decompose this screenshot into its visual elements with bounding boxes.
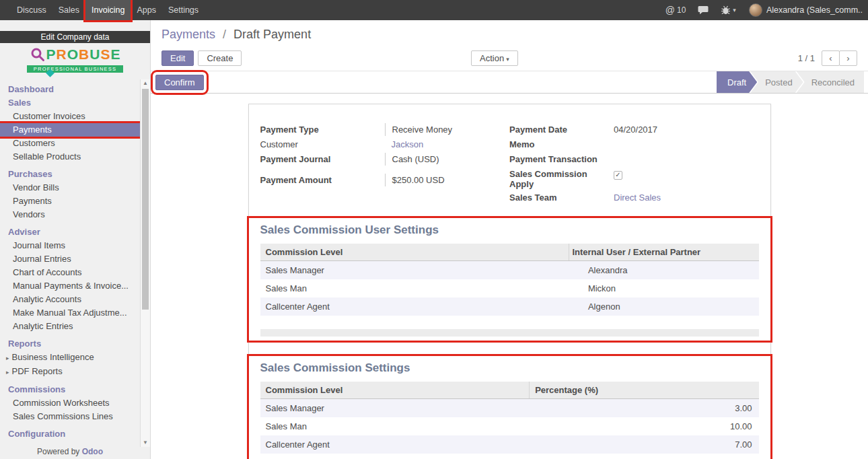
sidebar-item-dashboard[interactable]: Dashboard	[0, 83, 140, 96]
magnifier-icon	[30, 46, 46, 63]
sidebar-header-purchases[interactable]: Purchases	[0, 168, 140, 181]
payment-transaction-label: Payment Transaction	[509, 153, 607, 166]
probuse-logo: PROBUSE PROFESSIONAL BUSINESS	[0, 43, 150, 81]
pager-value: 1 / 1	[798, 53, 815, 63]
menu-invoicing[interactable]: Invoicing	[85, 0, 131, 20]
pager-previous-button[interactable]: ‹	[822, 50, 840, 66]
messages-icon[interactable]	[698, 5, 709, 15]
column-commission-level: Commission Level	[260, 382, 530, 399]
payment-journal-label: Payment Journal	[260, 153, 385, 166]
empty-strip	[260, 329, 759, 337]
status-posted[interactable]: Posted	[750, 71, 803, 93]
column-commission-level: Commission Level	[260, 244, 569, 261]
table-row[interactable]: Callcenter Agent Algenon	[260, 297, 759, 316]
form-statusbar: Confirm Draft Posted Reconciled	[151, 71, 868, 94]
scroll-down-icon[interactable]: ▼	[141, 439, 150, 447]
sidebar-header-adviser[interactable]: Adviser	[0, 225, 140, 239]
payment-amount-label: Payment Amount	[260, 174, 385, 186]
control-buttons-row: Edit Create Action▾ 1 / 1 ‹ ›	[161, 49, 857, 67]
sidebar-header-sales[interactable]: Sales	[0, 96, 140, 110]
sidebar-scrollbar[interactable]: ▲ ▼	[140, 79, 150, 447]
chat-bubble-icon	[698, 5, 709, 15]
logo-text: PROBUSE	[46, 46, 121, 63]
control-panel: Payments / Draft Payment Edit Create Act…	[151, 20, 868, 69]
action-dropdown[interactable]: Action▾	[471, 50, 518, 66]
main-content: Payments / Draft Payment Edit Create Act…	[151, 20, 868, 459]
menu-sales[interactable]: Sales	[52, 0, 85, 20]
column-percentage: Percentage (%)	[530, 382, 759, 399]
bug-icon	[721, 5, 731, 15]
payment-transaction-value	[607, 153, 759, 166]
table-header-row: Commission Level Internal User / Externa…	[260, 244, 759, 261]
sidebar-item-pdf-reports[interactable]: ▸PDF Reports	[0, 365, 140, 379]
form-area: Payment Type Receive Money Customer Jack…	[151, 104, 868, 459]
commission-settings-section: Sales Commission Settings Commission Lev…	[249, 356, 770, 459]
column-internal-user: Internal User / External Partner	[569, 244, 759, 261]
table-row[interactable]: Callcenter Agent 7.00	[260, 435, 759, 454]
sidebar-item-make-manual-tax-adjustments[interactable]: Make Manual Tax Adjustme...	[0, 306, 140, 320]
menu-settings[interactable]: Settings	[162, 0, 205, 20]
create-button[interactable]: Create	[198, 50, 242, 66]
sidebar-item-commission-worksheets[interactable]: Commission Worksheets	[0, 396, 140, 410]
memo-value	[607, 138, 759, 151]
sidebar-item-manual-payments-invoice[interactable]: Manual Payments & Invoice...	[0, 279, 140, 293]
sales-team-label: Sales Team	[509, 191, 607, 204]
sidebar-item-vendor-bills[interactable]: Vendor Bills	[0, 181, 140, 195]
sidebar-item-payments-purchases[interactable]: Payments	[0, 195, 140, 208]
breadcrumb-current: Draft Payment	[233, 28, 311, 41]
pager-next-button[interactable]: ›	[839, 50, 857, 66]
sidebar-item-sales-commissions-lines[interactable]: Sales Commissions Lines	[0, 410, 140, 423]
app-menu: Discuss Sales Invoicing Apps Settings	[11, 0, 205, 20]
table-row[interactable]: Sales Manager Alexandra	[260, 261, 759, 280]
sidebar-item-customers[interactable]: Customers	[0, 137, 140, 150]
scroll-up-icon[interactable]: ▲	[141, 79, 150, 87]
chevron-down-icon: ▾	[506, 56, 509, 63]
scrollbar-thumb[interactable]	[142, 89, 149, 310]
memo-label: Memo	[509, 138, 607, 151]
sidebar-item-journal-items[interactable]: Journal Items	[0, 239, 140, 252]
pager: 1 / 1 ‹ ›	[798, 50, 857, 66]
payment-date-value: 04/20/2017	[607, 123, 759, 136]
menu-discuss[interactable]: Discuss	[11, 0, 52, 20]
payment-form: Payment Type Receive Money Customer Jack…	[260, 123, 759, 206]
topbar: Discuss Sales Invoicing Apps Settings @ …	[0, 0, 868, 20]
menu-apps[interactable]: Apps	[131, 0, 162, 20]
table-row[interactable]: Sales Man Mickon	[260, 279, 759, 297]
sales-team-link[interactable]: Direct Sales	[607, 191, 759, 204]
payment-journal-value: Cash (USD)	[385, 153, 510, 166]
sidebar-item-customer-invoices[interactable]: Customer Invoices	[0, 110, 140, 123]
status-reconciled[interactable]: Reconciled	[797, 71, 864, 93]
sidebar-item-journal-entries[interactable]: Journal Entries	[0, 252, 140, 266]
sidebar-item-business-intelligence[interactable]: ▸Business Intelligence	[0, 351, 140, 365]
edit-company-data-button[interactable]: Edit Company data	[0, 31, 150, 43]
sidebar-item-chart-of-accounts[interactable]: Chart of Accounts	[0, 266, 140, 279]
sidebar-header-reports[interactable]: Reports	[0, 337, 140, 351]
edit-button[interactable]: Edit	[161, 50, 194, 66]
customer-link[interactable]: Jackson	[385, 138, 510, 151]
chevron-down-icon: ▾	[733, 7, 736, 13]
sidebar-header-configuration[interactable]: Configuration	[0, 427, 140, 441]
breadcrumb-payments[interactable]: Payments	[161, 28, 215, 41]
payment-type-label: Payment Type	[260, 123, 385, 136]
odoo-link[interactable]: Odoo	[82, 447, 103, 456]
mention-counter[interactable]: @ 10	[665, 5, 686, 15]
powered-by: Powered by Odoo	[0, 445, 140, 459]
sidebar-item-sellable-products[interactable]: Sellable Products	[0, 150, 140, 164]
payment-date-label: Payment Date	[509, 123, 607, 136]
customer-label: Customer	[260, 138, 385, 151]
table-row[interactable]: Sales Man 10.00	[260, 417, 759, 435]
sidebar-item-analytic-accounts[interactable]: Analytic Accounts	[0, 293, 140, 306]
sidebar-header-commissions[interactable]: Commissions	[0, 383, 140, 396]
sidebar-item-payments[interactable]: Payments	[0, 123, 140, 137]
user-settings-table: Commission Level Internal User / Externa…	[260, 244, 759, 316]
debug-menu[interactable]: ▾	[721, 5, 736, 15]
sales-commission-apply-checkbox[interactable]: ✓	[614, 171, 622, 180]
confirm-button[interactable]: Confirm	[155, 75, 204, 90]
sidebar-item-vendors[interactable]: Vendors	[0, 208, 140, 221]
user-menu[interactable]: Alexandra (Sales_comm..	[749, 3, 863, 17]
table-row[interactable]: Sales Manager 3.00	[260, 399, 759, 418]
status-draft[interactable]: Draft	[717, 71, 757, 93]
expand-arrow-icon: ▸	[6, 369, 9, 376]
at-icon: @	[665, 5, 675, 15]
sidebar-item-analytic-entries[interactable]: Analytic Entries	[0, 320, 140, 333]
